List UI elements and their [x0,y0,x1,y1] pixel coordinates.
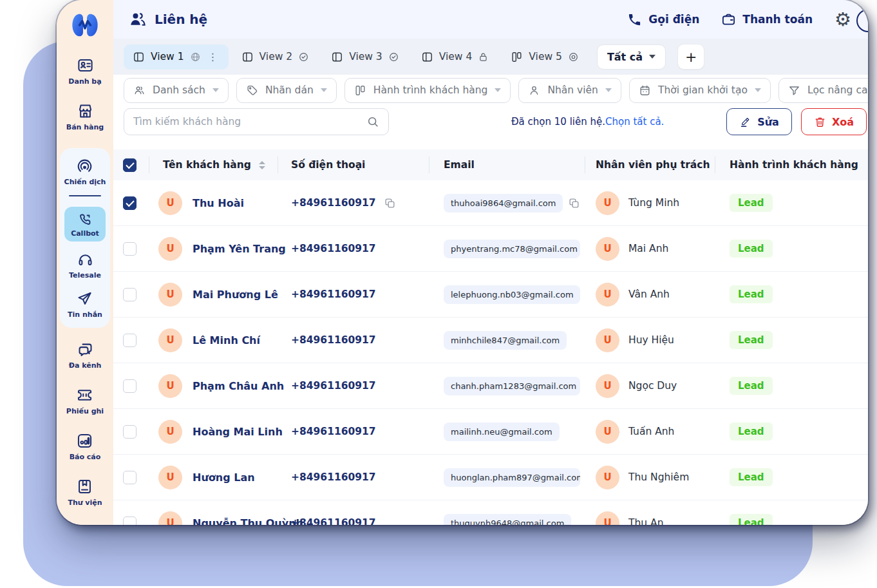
target-icon [568,52,579,62]
sort-icon[interactable] [259,161,265,169]
email-pill: chanh.pham1283@gmail.com [444,377,580,395]
filter-thoi-gian[interactable]: Thời gian khởi tạo [629,78,771,103]
customer-avatar: U [158,420,182,444]
contact-card-icon [77,57,94,74]
customer-name[interactable]: Hương Lan [193,471,255,484]
search-icon [366,115,379,128]
copy-icon[interactable] [384,197,396,209]
sidebar-item-ban-hang[interactable]: Bán hàng [66,102,104,131]
sidebar-item-label: Bán hàng [66,123,104,131]
staff-avatar: U [596,191,619,215]
telesale-icon [77,251,94,268]
add-view-button[interactable]: + [677,44,704,70]
lead-badge: Lead [730,194,773,212]
page-title: Liên hệ [155,12,207,27]
phone-number: +84961160917 [291,289,376,300]
sidebar-item-da-kenh[interactable]: Đa kênh [69,341,102,370]
tab-view-1[interactable]: View 1 ⋮ [124,44,229,70]
column-header-journey: Hành trình khách hàng [730,159,858,171]
row-checkbox[interactable] [123,379,137,393]
table-header: Tên khách hàng Số điện thoại Email Nhân … [113,149,868,180]
customer-avatar: U [158,283,182,307]
table-row[interactable]: U Thu Hoài +84961160917 thuhoai9864@gmai… [113,180,868,226]
filter-nhan-dan[interactable]: Nhãn dán [236,78,337,103]
sidebar-item-phieu-ghi[interactable]: Phiếu ghi [66,386,104,415]
sidebar-item-telesale[interactable]: Telesale [69,251,101,280]
row-checkbox[interactable] [123,288,137,301]
payment-button[interactable]: Thanh toán [721,12,813,27]
table-row[interactable]: U Hương Lan +84961160917 huonglan.pham89… [113,455,868,500]
selected-count-text: Đã chọn 10 liên hệ. [511,116,605,128]
tab-view-3[interactable]: View 3 [322,44,408,70]
filter-label: Nhãn dán [265,84,314,96]
filter-nhan-vien[interactable]: Nhân viên [518,78,621,103]
filter-label: Thời gian khởi tạo [658,84,748,96]
customer-name[interactable]: Lê Minh Chí [193,334,260,346]
plus-icon: + [685,49,697,65]
staff-avatar: U [596,374,619,398]
kebab-menu-icon[interactable]: ⋮ [207,51,220,63]
send-icon [76,290,93,307]
user-avatar[interactable] [856,9,868,32]
all-filter-dropdown[interactable]: Tất cả [597,44,666,70]
column-header-staff: Nhân viên phụ trách [596,159,710,171]
sidebar-item-danh-ba[interactable]: Danh bạ [68,57,101,86]
lead-badge: Lead [730,422,773,441]
phone-icon [627,12,642,27]
customer-name[interactable]: Phạm Châu Anh [193,380,284,392]
call-button[interactable]: Gọi điện [627,12,699,27]
filter-loc-nang-cao[interactable]: Lọc nâng cao [778,78,868,103]
column-header-name[interactable]: Tên khách hàng [163,159,251,171]
delete-button[interactable]: Xoá [801,108,867,135]
tab-label: View 3 [349,51,382,62]
row-checkbox[interactable] [123,196,137,210]
table-row[interactable]: U Hoàng Mai Linh +84961160917 mailinh.ne… [113,409,868,455]
staff-name: Vân Anh [628,289,670,300]
header-checkbox[interactable] [123,158,137,172]
select-all-link[interactable]: Chọn tất cả. [605,116,664,128]
sidebar-group-campaign: Chiến dịch Callbot Telesale Tin nhắn [60,148,110,328]
tab-view-2[interactable]: View 2 [232,44,319,70]
call-label: Gọi điện [648,13,699,26]
row-checkbox[interactable] [123,517,137,526]
search-box[interactable] [124,108,389,135]
customer-name[interactable]: Thu Hoài [193,197,244,209]
table-row[interactable]: U Lê Minh Chí +84961160917 minhchile847@… [113,318,868,363]
row-checkbox[interactable] [123,425,137,439]
row-checkbox[interactable] [123,334,137,347]
table-row[interactable]: U Nguyễn Thu Quỳnh +84961160917 thuquynh… [113,500,868,525]
tab-view-5[interactable]: View 5 [502,44,588,70]
chevron-down-icon [755,88,761,92]
globe-icon [190,52,201,62]
filter-label: Hành trình khách hàng [373,84,488,96]
edit-button[interactable]: Sửa [726,108,792,135]
sidebar-item-thu-vien[interactable]: Thư viện [68,478,102,507]
table-row[interactable]: U Phạm Yên Trang +84961160917 phyentrang… [113,226,868,272]
tab-view-4[interactable]: View 4 [412,44,498,70]
staff-avatar: U [596,283,619,307]
sidebar-item-label: Callbot [71,229,99,238]
sidebar-item-label: Danh bạ [68,77,101,86]
sidebar-item-tin-nhan[interactable]: Tin nhắn [68,290,102,319]
row-checkbox[interactable] [123,242,137,256]
customer-name[interactable]: Mai Phương Lê [193,289,278,301]
table-row[interactable]: U Mai Phương Lê +84961160917 lelephuong.… [113,272,868,318]
gear-icon[interactable]: ⚙ [835,10,851,29]
sidebar-item-chien-dich[interactable]: Chiến dịch [64,157,106,186]
sidebar-item-label: Thư viện [68,498,102,507]
sidebar-item-bao-cao[interactable]: Báo cáo [70,432,101,461]
table-row[interactable]: U Phạm Châu Anh +84961160917 chanh.pham1… [113,363,868,409]
page-background: { "colors": { "navy": "#16256b", "sideba… [0,0,877,588]
customer-name[interactable]: Hoàng Mai Linh [193,426,283,438]
app-logo[interactable] [66,6,104,44]
library-icon [76,478,93,495]
topbar: Liên hệ Gọi điện Thanh toán ⚙ [113,0,868,39]
sidebar-item-callbot[interactable]: Callbot [64,207,106,242]
customer-name[interactable]: Phạm Yên Trang [193,243,286,255]
row-checkbox[interactable] [123,471,137,484]
sidebar-item-label: Tin nhắn [68,310,102,319]
filter-danh-sach[interactable]: Danh sách [124,78,229,103]
copy-icon[interactable] [568,197,580,209]
search-input[interactable] [133,116,366,128]
filter-hanh-trinh[interactable]: Hành trình khách hàng [344,78,511,103]
